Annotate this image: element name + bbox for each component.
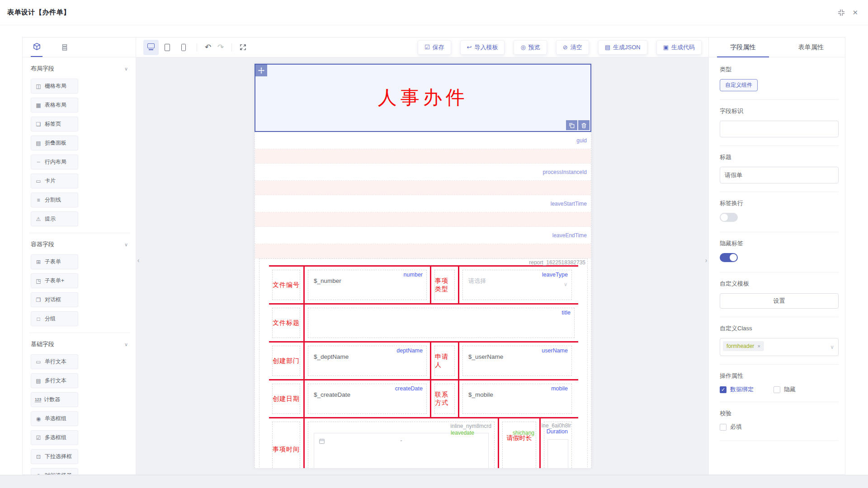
sidebar-item-divider[interactable]: ≡分割线 [31, 192, 78, 207]
generate-json-button[interactable]: ▤生成JSON [598, 40, 647, 55]
table-label-cell[interactable]: 事项类型 [430, 267, 458, 303]
select-component-leaveType[interactable]: 请选择leaveType∨ [458, 267, 575, 303]
table-label-cell[interactable]: shichang请假时长 [498, 418, 539, 468]
desktop-icon [147, 43, 155, 48]
sidebar-item-textarea[interactable]: ▤多行文本 [31, 373, 78, 388]
custom-class-select[interactable]: formheader × ∨ [720, 338, 839, 356]
sidebar-item-table-layout[interactable]: ▦表格布局 [31, 98, 78, 113]
form-drop-area[interactable]: guidprocessInstanceIdleaveStartTimeleave… [255, 132, 591, 468]
form-header-component[interactable]: 人事办件 [255, 64, 591, 132]
copy-component-button[interactable] [566, 120, 577, 130]
tab-field-properties[interactable]: 字段属性 [709, 38, 777, 57]
canvas-column: ↶↷ ☑保存↩导入模板◎预览⊘清空▤生成JSON▣生成代码 ‹ › 人事办件 [136, 38, 708, 474]
input-component-createDate[interactable]: $_createDatecreateDate [303, 380, 430, 417]
tab-form-properties[interactable]: 表单属性 [777, 38, 845, 57]
generate-code-icon: ▣ [663, 44, 669, 51]
remove-class-tag-icon[interactable]: × [757, 343, 760, 349]
daterange-picker[interactable]: - [314, 433, 489, 468]
table-label-cell[interactable]: 创建部门 [269, 343, 303, 379]
field-caption: 文件编号 [273, 281, 300, 289]
input-component-number[interactable]: $_numbernumber [303, 267, 430, 303]
fullscreen-button[interactable] [236, 41, 249, 54]
drag-move-handle[interactable] [255, 65, 267, 76]
delete-component-button[interactable] [578, 120, 590, 130]
sidebar-item-counter[interactable]: 123计数器 [31, 392, 78, 407]
redo-button[interactable]: ↷ [214, 41, 227, 54]
hidden-placeholder-row[interactable] [255, 212, 591, 227]
hidden-checkbox[interactable]: 隐藏 [774, 385, 796, 394]
sidebar-item-alert[interactable]: ⚠提示 [31, 211, 78, 226]
window-compress-icon[interactable] [838, 9, 845, 16]
device-desktop-button[interactable] [143, 40, 159, 55]
label-wrap-toggle[interactable] [720, 213, 738, 222]
design-canvas[interactable]: ‹ › 人事办件 [136, 57, 708, 474]
hide-label-toggle[interactable] [720, 253, 738, 262]
device-mobile-button[interactable] [176, 40, 191, 55]
window-title: 表单设计【办件单】 [7, 8, 71, 17]
hidden-field-row-leaveEndTime[interactable]: leaveEndTime [255, 227, 591, 244]
table-label-cell[interactable]: 联系方式 [430, 380, 458, 417]
hidden-placeholder-row[interactable] [255, 244, 591, 258]
sidebar-item-group[interactable]: □分组 [31, 311, 78, 326]
report-table: 文件编号$_numbernumber事项类型请选择leaveType∨文件标题t… [269, 265, 578, 468]
title-input[interactable] [720, 167, 839, 183]
data-binding-checkbox[interactable]: ✓ 数据绑定 [720, 385, 754, 394]
cell-content: 文件编号 [272, 270, 300, 300]
collapse-sidebar-handle[interactable]: ‹ [136, 252, 142, 269]
clear-button[interactable]: ⊘清空 [556, 40, 589, 55]
type-tag: 自定义组件 [720, 79, 758, 91]
type-label: 类型 [720, 66, 839, 74]
generate-code-button[interactable]: ▣生成代码 [656, 40, 702, 55]
sidebar-item-subform-plus[interactable]: ◳子表单+ [31, 273, 78, 288]
sidebar-item-subform[interactable]: ⊞子表单 [31, 254, 78, 269]
preview-button[interactable]: ◎预览 [514, 40, 547, 55]
hidden-field-row-processInstanceId[interactable]: processInstanceId [255, 164, 591, 181]
daterange-component-leavedate[interactable]: inline_nym8mcrdleavedate- [303, 418, 498, 468]
sidebar-item-radio-group[interactable]: ◉单选框组 [31, 411, 78, 426]
table-label-cell[interactable]: 文件编号 [269, 267, 303, 303]
report-table-section[interactable]: report_1622518382735 文件编号$_numbernumber事… [259, 258, 588, 468]
table-label-cell[interactable]: 申请人 [430, 343, 458, 379]
sidebar-item-card[interactable]: ▭卡片 [31, 174, 78, 188]
table-label-cell[interactable]: 创建日期 [269, 380, 303, 417]
device-tablet-button[interactable] [160, 40, 175, 55]
duration-component-Duration[interactable]: ine_6ai0h8lrDuration [539, 418, 575, 468]
hidden-placeholder-row[interactable] [255, 181, 591, 195]
sidebar-item-tabs[interactable]: ❏标签页 [31, 117, 78, 131]
hidden-field-row-leaveStartTime[interactable]: leaveStartTime [255, 195, 591, 212]
section-header-1[interactable]: 容器字段∨ [31, 240, 128, 249]
window-close-icon[interactable]: ✕ [852, 9, 858, 17]
sidebar-item-text-input[interactable]: ▭单行文本 [31, 354, 78, 369]
sidebar-item-inline-layout[interactable]: ┄行内布局 [31, 155, 78, 169]
duration-input[interactable] [547, 439, 568, 468]
undo-button[interactable]: ↶ [202, 41, 214, 54]
sidebar-item-select[interactable]: ⊡下拉选择框 [31, 449, 78, 464]
sidebar-item-grid-layout[interactable]: ◫栅格布局 [31, 79, 78, 94]
section-header-2[interactable]: 基础字段∨ [31, 340, 128, 348]
tab-components[interactable] [31, 38, 42, 57]
input-component-mobile[interactable]: $_mobilemobile [458, 380, 575, 417]
table-label-cell[interactable]: 文件标题 [269, 305, 303, 341]
import-template-button[interactable]: ↩导入模板 [460, 40, 505, 55]
field-id-input[interactable] [720, 121, 839, 137]
input-component-deptName[interactable]: $_deptNamedeptName [303, 343, 430, 379]
custom-template-settings-button[interactable]: 设置 [720, 293, 839, 309]
collapse-props-handle[interactable]: › [703, 252, 708, 269]
table-label-cell[interactable]: 事项时间 [269, 418, 303, 468]
section-header-0[interactable]: 布局字段∨ [31, 65, 128, 73]
sidebar-item-dialog[interactable]: ❐对话框 [31, 292, 78, 307]
sidebar-item-checkbox-group[interactable]: ☑多选框组 [31, 430, 78, 445]
sidebar-item-time-picker[interactable]: ◷时间选择器 [31, 468, 78, 474]
hidden-field-row-guid[interactable]: guid [255, 132, 591, 149]
cell-content: 创建部门 [272, 346, 300, 376]
table-row-1: 文件标题title [269, 303, 578, 341]
required-checkbox[interactable]: 必填 [720, 423, 742, 431]
import-template-icon: ↩ [467, 44, 472, 51]
range-separator: - [314, 437, 488, 444]
save-button[interactable]: ☑保存 [418, 40, 451, 55]
hidden-placeholder-row[interactable] [255, 149, 591, 164]
sidebar-item-collapse-panel[interactable]: ▤折叠面板 [31, 136, 78, 150]
input-component-title[interactable]: title [303, 305, 578, 341]
input-component-userName[interactable]: $_userNameuserName [458, 343, 575, 379]
tab-outline[interactable] [59, 38, 71, 57]
